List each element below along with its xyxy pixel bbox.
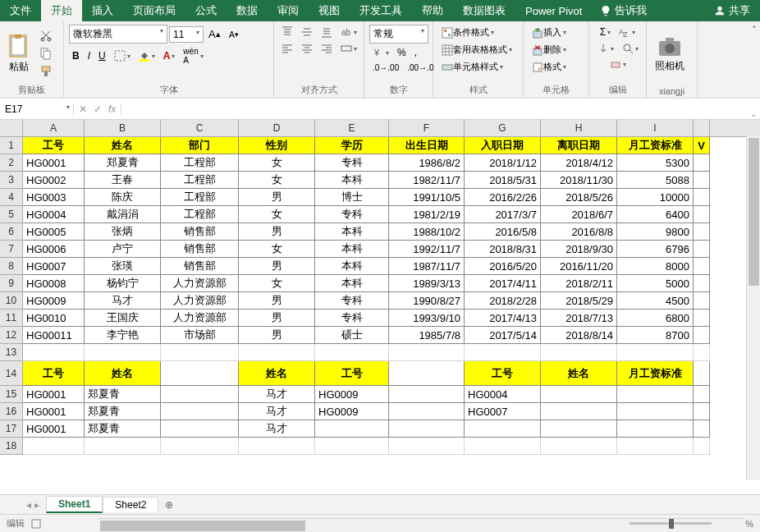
cell[interactable] [85,344,161,361]
cell[interactable]: HG0004 [465,386,541,403]
sheet-tab-1[interactable]: Sheet1 [46,496,103,513]
tab-review[interactable]: 审阅 [268,0,309,21]
cell[interactable]: 1988/10/2 [389,223,465,241]
align-bottom-button[interactable] [318,25,336,39]
cell[interactable]: 2018/4/12 [541,154,617,172]
cell[interactable]: 1989/3/13 [389,275,465,292]
enter-formula-button[interactable]: ✓ [94,103,102,115]
cell[interactable] [389,438,465,455]
cell[interactable]: 男 [239,189,315,206]
row-header-5[interactable]: 5 [0,206,23,223]
cell[interactable] [694,344,710,361]
cell[interactable] [315,344,389,361]
cell[interactable]: 销售部 [161,223,239,241]
cell[interactable]: 工号 [465,361,541,386]
font-size-combo[interactable]: 11 [169,26,204,43]
row-header-6[interactable]: 6 [0,223,23,241]
cell-styles-button[interactable]: 单元格样式 [438,59,506,75]
tab-file[interactable]: 文件 [0,0,41,21]
cell[interactable]: 10000 [617,189,694,206]
underline-button[interactable]: U [95,48,109,63]
align-middle-button[interactable] [298,25,316,39]
sort-filter-button[interactable]: AZ [616,25,639,39]
cell[interactable]: 博士 [315,189,389,206]
cell[interactable]: 王春 [85,172,161,189]
cell[interactable]: 杨钧宁 [85,275,161,292]
cell[interactable]: 姓名 [239,361,315,386]
cell[interactable]: 2017/3/7 [465,206,541,223]
cell[interactable]: 本科 [315,258,389,275]
cell[interactable]: 1985/7/8 [389,327,465,344]
cell[interactable]: 2016/2/26 [465,189,541,206]
cell[interactable]: HG0005 [23,223,85,241]
cell[interactable]: 2018/2/28 [465,292,541,310]
cell[interactable]: 离职日期 [541,137,617,154]
cell[interactable]: 人力资源部 [161,292,239,310]
cell[interactable]: 1990/8/27 [389,292,465,310]
col-header-C[interactable]: C [161,120,239,136]
cell[interactable]: 张炳 [85,223,161,241]
cell[interactable]: 入职日期 [465,137,541,154]
cell[interactable]: 2018/6/7 [541,206,617,223]
cell[interactable]: 卢宁 [85,241,161,258]
cell[interactable]: 1981/2/19 [389,206,465,223]
tab-data[interactable]: 数据 [227,0,268,21]
format-table-button[interactable]: 套用表格格式 [438,42,515,57]
align-left-button[interactable] [278,41,296,56]
autosum-button[interactable]: Σ [597,25,614,39]
cell[interactable]: 女 [239,206,315,223]
cell[interactable]: 张瑛 [85,258,161,275]
cell[interactable] [617,403,694,420]
cell[interactable]: 郑夏青 [85,386,161,403]
border-button[interactable] [111,48,134,63]
cell[interactable]: 人力资源部 [161,275,239,292]
increase-decimal-button[interactable]: .0→.00 [369,62,402,74]
cell[interactable] [239,438,315,455]
cell[interactable]: 人力资源部 [161,310,239,327]
cell[interactable]: 男 [239,310,315,327]
camera-button[interactable]: 照相机 [652,34,688,75]
cell[interactable]: 2018/5/29 [541,292,617,310]
cell[interactable]: 销售部 [161,241,239,258]
cell[interactable] [85,438,161,455]
decrease-decimal-button[interactable]: .00→.0 [404,62,437,74]
cell[interactable]: HG0007 [23,258,85,275]
grow-font-button[interactable]: A▴ [205,26,224,42]
cell[interactable]: 工号 [315,361,389,386]
cell[interactable] [389,361,465,386]
cell[interactable]: 5000 [617,275,694,292]
cell[interactable]: 戴涓涓 [85,206,161,223]
cell[interactable]: 工程部 [161,154,239,172]
cell[interactable] [617,438,694,455]
cell[interactable]: 本科 [315,172,389,189]
cell[interactable]: 2016/11/20 [541,258,617,275]
cell[interactable]: 销售部 [161,258,239,275]
cell[interactable]: 2016/8/8 [541,223,617,241]
cell[interactable]: 2018/11/30 [541,172,617,189]
cell[interactable] [694,154,710,172]
cell[interactable] [617,386,694,403]
cell[interactable] [239,344,315,361]
tab-help[interactable]: 帮助 [412,0,453,21]
cell[interactable]: 本科 [315,241,389,258]
cell[interactable] [161,386,239,403]
cell[interactable] [617,344,694,361]
fx-button[interactable]: fx [108,103,116,115]
tab-view[interactable]: 视图 [309,0,350,21]
cut-button[interactable] [36,27,56,44]
cell[interactable]: 部门 [161,137,239,154]
cell[interactable] [23,438,85,455]
cell[interactable]: 王国庆 [85,310,161,327]
currency-button[interactable]: ¥ [369,45,392,60]
cell[interactable] [694,206,710,223]
cell[interactable]: 马才 [239,420,315,438]
cell[interactable] [694,438,710,455]
cell[interactable] [694,275,710,292]
cell[interactable]: 李宁艳 [85,327,161,344]
cell[interactable]: 姓名 [85,361,161,386]
cell[interactable]: 2016/5/8 [465,223,541,241]
format-painter-button[interactable] [36,63,56,80]
sheet-nav-next[interactable]: ▸ [34,499,39,511]
cell[interactable]: HG0009 [315,386,389,403]
cell[interactable]: 男 [239,258,315,275]
